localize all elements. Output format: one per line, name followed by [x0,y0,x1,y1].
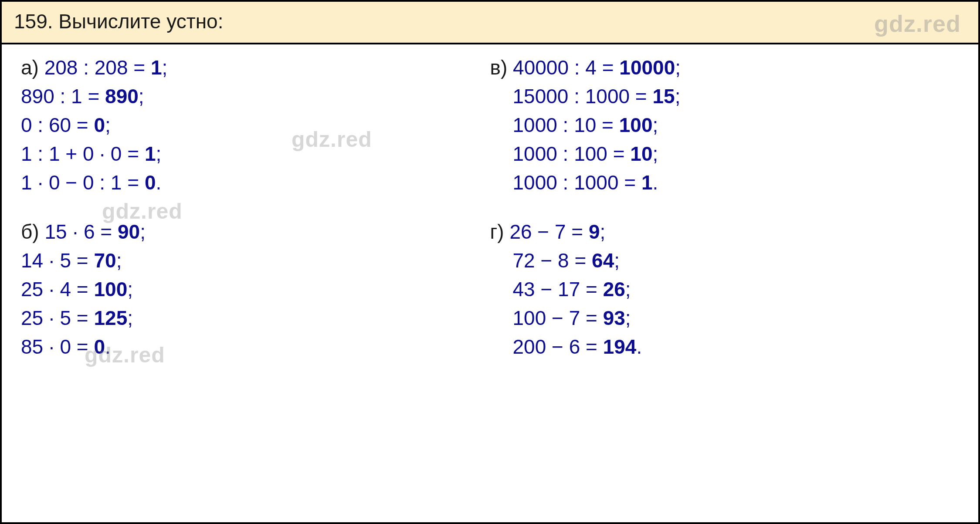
expr-text: 26 − 7 = [509,220,589,243]
page-container: 159. Вычислите устно: gdz.red gdz.red gd… [0,0,980,524]
group-a-line-5: 1 · 0 − 0 : 1 = 0. [21,168,490,197]
expr-text: 890 : 1 = [21,85,105,108]
answer-text: 890 [105,85,139,108]
group-a-line-3: 0 : 60 = 0; [21,111,490,139]
answer-text: 10 [630,142,652,165]
expr-text: 208 : 208 = [44,56,151,79]
group-b-line-5: 85 · 0 = 0. [21,332,490,361]
group-v-line-2: 15000 : 1000 = 15; [490,82,960,111]
punct-text: ; [600,220,606,243]
punct-text: ; [162,56,168,79]
group-b-line-1: б) 15 · 6 = 90; [21,217,490,246]
expr-text: 1000 : 10 = [513,114,619,136]
group-a-label: а) [21,56,39,79]
group-v-line-3: 1000 : 10 = 100; [490,111,960,139]
group-a-line-2: 890 : 1 = 890; [21,82,490,111]
group-a: а) 208 : 208 = 1; 890 : 1 = 890; 0 : 60 … [21,53,490,197]
answer-text: 0 [145,171,156,194]
punct-text: ; [140,220,146,243]
task-number: 159. [14,10,53,33]
expr-text: 43 − 17 = [513,278,603,301]
task-header: 159. Вычислите устно: gdz.red [2,2,978,44]
answer-text: 10000 [619,56,675,79]
expr-text: 1000 : 100 = [513,142,631,165]
group-v-line-4: 1000 : 100 = 10; [490,139,960,168]
answer-text: 125 [94,307,128,329]
expr-text: 0 : 60 = [21,114,94,136]
group-b-line-3: 25 · 4 = 100; [21,275,490,304]
expr-text: 1 : 1 + 0 · 0 = [21,142,145,165]
answer-text: 15 [653,85,675,108]
punct-text: ; [614,249,620,272]
expr-text: 1000 : 1000 = [513,171,641,194]
punct-text: . [653,171,658,194]
punct-text: ; [139,85,144,108]
answer-text: 1 [641,171,653,194]
group-b-line-2: 14 · 5 = 70; [21,246,490,275]
group-b-line-4: 25 · 5 = 125; [21,304,490,332]
answer-text: 194 [603,335,637,358]
punct-text: ; [653,114,658,136]
answer-text: 26 [603,278,625,301]
answer-text: 0 [94,335,105,358]
punct-text: . [156,171,161,194]
answer-text: 9 [589,220,600,243]
expr-text: 40000 : 4 = [513,56,619,79]
expr-text: 100 − 7 = [513,307,603,329]
answer-text: 90 [118,220,140,243]
answer-text: 100 [619,114,653,136]
group-v-line-5: 1000 : 1000 = 1. [490,168,960,197]
expr-text: 200 − 6 = [513,335,603,358]
punct-text: ; [625,307,631,329]
right-column: в) 40000 : 4 = 10000; 15000 : 1000 = 15;… [490,53,960,514]
group-g-line-1: г) 26 − 7 = 9; [490,217,960,246]
group-v-label: в) [490,56,508,79]
group-g-line-3: 43 − 17 = 26; [490,275,960,304]
punct-text: . [105,335,111,358]
answer-text: 0 [94,114,105,136]
punct-text: ; [116,249,122,272]
expr-text: 72 − 8 = [513,249,592,272]
group-v-line-1: в) 40000 : 4 = 10000; [490,53,960,82]
group-a-line-1: а) 208 : 208 = 1; [21,53,490,82]
expr-text: 15000 : 1000 = [513,85,653,108]
group-v: в) 40000 : 4 = 10000; 15000 : 1000 = 15;… [490,53,960,197]
expr-text: 25 · 5 = [21,307,94,329]
group-g-label: г) [490,220,504,243]
answer-text: 100 [94,278,128,301]
punct-text: . [636,335,642,358]
answer-text: 70 [94,249,116,272]
task-title: Вычислите устно: [58,10,223,33]
answer-text: 93 [603,307,625,329]
expr-text: 85 · 0 = [21,335,94,358]
answer-text: 64 [592,249,614,272]
group-g-line-4: 100 − 7 = 93; [490,304,960,332]
group-b: б) 15 · 6 = 90; 14 · 5 = 70; 25 · 4 = 10… [21,217,490,361]
answer-text: 1 [151,56,162,79]
expr-text: 14 · 5 = [21,249,94,272]
punct-text: ; [156,142,161,165]
watermark-header: gdz.red [874,8,961,40]
group-g-line-5: 200 − 6 = 194. [490,332,960,361]
expr-text: 15 · 6 = [44,220,118,243]
punct-text: ; [653,142,658,165]
punct-text: ; [127,278,133,301]
group-a-line-4: 1 : 1 + 0 · 0 = 1; [21,139,490,168]
answer-text: 1 [145,142,156,165]
punct-text: ; [625,278,631,301]
columns: а) 208 : 208 = 1; 890 : 1 = 890; 0 : 60 … [21,53,959,514]
punct-text: ; [127,307,133,329]
punct-text: ; [105,114,111,136]
left-column: а) 208 : 208 = 1; 890 : 1 = 890; 0 : 60 … [21,53,490,514]
punct-text: ; [675,56,681,79]
content-area: gdz.red gdz.red gdz.red gdz.red а) 208 :… [2,44,978,523]
group-b-label: б) [21,220,39,243]
expr-text: 1 · 0 − 0 : 1 = [21,171,145,194]
group-g-line-2: 72 − 8 = 64; [490,246,960,275]
punct-text: ; [675,85,681,108]
expr-text: 25 · 4 = [21,278,94,301]
group-g: г) 26 − 7 = 9; 72 − 8 = 64; 43 − 17 = 26… [490,217,960,361]
